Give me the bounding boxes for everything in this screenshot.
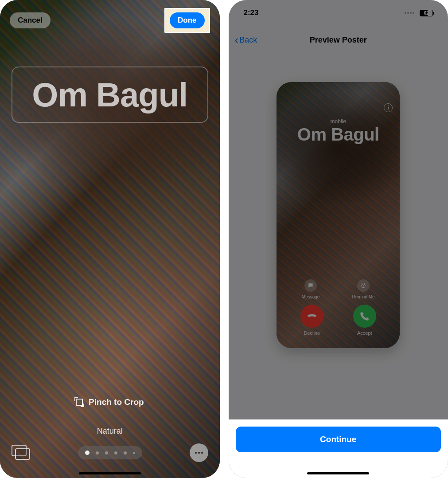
filter-name-label: Natural xyxy=(0,427,220,436)
message-icon xyxy=(304,279,317,292)
phone-down-icon xyxy=(300,305,323,328)
info-icon[interactable]: i xyxy=(384,103,393,112)
back-label: Back xyxy=(239,35,257,45)
contact-name-field[interactable]: Om Bagul xyxy=(12,67,208,123)
battery-icon: 62 xyxy=(420,10,433,16)
accept-label: Accept xyxy=(357,330,372,336)
chevron-left-icon: ‹ xyxy=(235,36,239,44)
home-indicator[interactable] xyxy=(307,472,369,474)
editor-bottom-toolbar xyxy=(0,443,220,462)
nav-bar: ‹ Back Preview Poster xyxy=(229,30,448,50)
filter-pager[interactable] xyxy=(78,446,142,459)
photos-picker-button[interactable] xyxy=(12,445,31,461)
cancel-button[interactable]: Cancel xyxy=(10,12,51,28)
home-indicator[interactable] xyxy=(79,472,141,474)
more-options-button[interactable] xyxy=(190,443,208,462)
status-bar: 2:23 62 xyxy=(229,6,448,20)
call-line-type: mobile xyxy=(277,118,400,125)
pinch-label: Pinch to Crop xyxy=(89,397,144,407)
decline-label: Decline xyxy=(304,330,320,336)
poster-preview-card: i mobile Om Bagul Message Remind Me xyxy=(277,82,400,348)
poster-contact-name: Om Bagul xyxy=(277,125,400,145)
preview-screen: 2:23 62 ‹ Back Preview Poster i mobile O… xyxy=(229,0,448,478)
done-highlight-box: Done xyxy=(164,8,210,33)
svg-point-1 xyxy=(198,452,199,454)
svg-point-0 xyxy=(195,452,196,454)
continue-bar: Continue xyxy=(229,419,448,478)
continue-button[interactable]: Continue xyxy=(236,427,441,452)
remind-me-button[interactable]: Remind Me xyxy=(352,279,375,299)
poster-quick-actions: Message Remind Me xyxy=(277,279,400,299)
contact-name-text: Om Bagul xyxy=(32,76,187,114)
back-button[interactable]: ‹ Back xyxy=(235,35,257,45)
pinch-to-crop-hint: Pinch to Crop xyxy=(0,397,220,407)
phone-icon xyxy=(353,305,376,328)
alarm-icon xyxy=(357,279,370,292)
status-time: 2:23 xyxy=(244,8,259,17)
editor-top-bar: Cancel Done xyxy=(0,8,220,33)
message-label: Message xyxy=(302,294,320,299)
accept-button[interactable]: Accept xyxy=(353,305,376,336)
decline-button[interactable]: Decline xyxy=(300,305,323,336)
editor-screen: Cancel Done Om Bagul Pinch to Crop Natur… xyxy=(0,0,220,478)
svg-point-2 xyxy=(201,452,203,454)
done-button[interactable]: Done xyxy=(170,12,205,28)
remind-label: Remind Me xyxy=(352,294,375,299)
message-button[interactable]: Message xyxy=(302,279,320,299)
crop-icon xyxy=(76,399,83,406)
poster-call-actions: Decline Accept xyxy=(277,305,400,336)
battery-percentage: 62 xyxy=(420,10,432,16)
page-title: Preview Poster xyxy=(310,35,367,45)
cellular-dots-icon xyxy=(405,12,414,14)
